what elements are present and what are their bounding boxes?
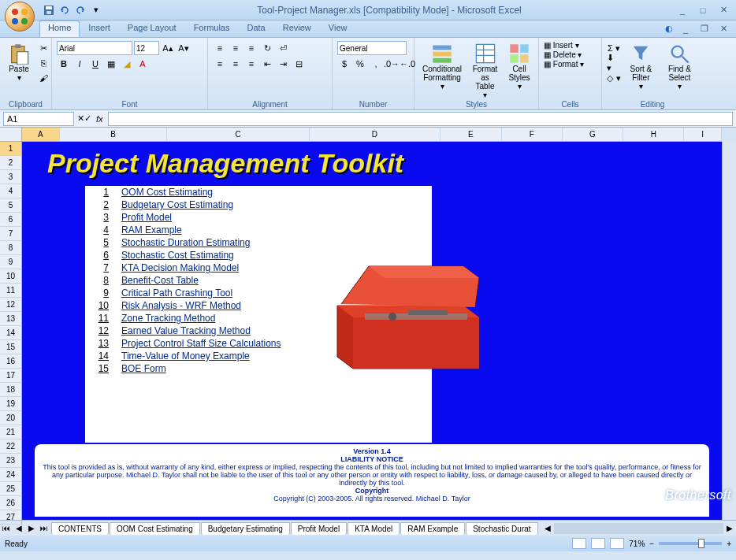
row-header[interactable]: 13 [0, 312, 22, 326]
format-cells-button[interactable]: ▦ Format ▾ [544, 60, 584, 69]
tab-review[interactable]: Review [274, 20, 320, 37]
save-icon[interactable] [43, 4, 55, 17]
enter-formula-icon[interactable]: ✓ [84, 113, 91, 124]
maximize-icon[interactable]: □ [697, 4, 709, 17]
copy-icon[interactable]: ⎘ [36, 56, 50, 70]
align-bottom-icon[interactable]: ≡ [244, 41, 258, 55]
row-header[interactable]: 18 [0, 383, 22, 397]
name-box[interactable] [3, 112, 74, 126]
row-header[interactable]: 10 [0, 269, 22, 284]
cell-styles-button[interactable]: Cell Styles▾ [505, 41, 533, 92]
find-select-button[interactable]: Find & Select▾ [661, 41, 698, 92]
orientation-icon[interactable]: ↻ [260, 41, 274, 55]
clear-icon[interactable]: ◇ ▾ [607, 71, 621, 85]
sheet-content[interactable]: Project Management Toolkit 1OOM Cost Est… [22, 142, 722, 520]
conditional-formatting-button[interactable]: Conditional Formatting▾ [419, 41, 465, 92]
align-right-icon[interactable]: ≡ [244, 57, 258, 71]
sheet-tab[interactable]: CONTENTS [51, 522, 109, 535]
insert-cells-button[interactable]: ▦ Insert ▾ [544, 41, 584, 50]
row-header[interactable]: 17 [0, 369, 22, 383]
bold-icon[interactable]: B [57, 57, 71, 71]
toc-link[interactable]: Critical Path Crashing Tool [121, 287, 232, 299]
row-header[interactable]: 7 [0, 227, 22, 241]
font-size-select[interactable] [134, 41, 159, 55]
delete-cells-button[interactable]: ▦ Delete ▾ [544, 50, 584, 59]
italic-icon[interactable]: I [72, 57, 87, 71]
toc-link[interactable]: Risk Analysis - WRF Method [121, 300, 241, 311]
column-header[interactable]: F [502, 128, 563, 142]
zoom-out-icon[interactable]: − [649, 540, 654, 548]
column-header[interactable]: I [684, 128, 722, 142]
column-header[interactable]: G [563, 128, 623, 142]
tab-home[interactable]: Home [39, 20, 80, 37]
grow-font-icon[interactable]: A▴ [161, 41, 175, 55]
undo-icon[interactable] [58, 4, 71, 17]
horizontal-scrollbar[interactable]: ◀▶ [541, 522, 736, 535]
page-layout-view-icon[interactable] [591, 538, 605, 549]
column-header[interactable]: D [310, 128, 441, 142]
tab-insert[interactable]: Insert [80, 20, 119, 37]
office-button[interactable] [5, 2, 35, 32]
row-header[interactable]: 8 [0, 241, 22, 255]
sheet-tab[interactable]: Budgetary Estimating [201, 522, 290, 535]
toc-link[interactable]: Profit Model [121, 212, 172, 223]
select-all-corner[interactable] [0, 128, 22, 142]
toc-link[interactable]: Time-Value of Money Example [121, 350, 250, 362]
help-icon[interactable]: ◐ [665, 24, 673, 34]
row-header[interactable]: 14 [0, 326, 22, 340]
align-top-icon[interactable]: ≡ [213, 41, 227, 55]
decrease-indent-icon[interactable]: ⇤ [260, 57, 274, 71]
row-header[interactable]: 22 [0, 439, 22, 454]
toc-link[interactable]: RAM Example [121, 224, 182, 235]
align-middle-icon[interactable]: ≡ [229, 41, 243, 55]
toc-link[interactable]: Budgetary Cost Estimating [121, 199, 233, 210]
toc-link[interactable]: Stochastic Cost Estimating [121, 250, 234, 261]
fx-icon[interactable]: fx [96, 114, 103, 124]
toc-link[interactable]: Stochastic Duration Estimating [121, 237, 250, 248]
row-header[interactable]: 27 [0, 510, 22, 525]
decrease-decimal-icon[interactable]: ←.0 [400, 57, 414, 71]
row-header[interactable]: 11 [0, 284, 22, 298]
merge-center-icon[interactable]: ⊟ [292, 57, 306, 71]
inner-minimize-icon[interactable]: _ [679, 23, 692, 35]
toc-link[interactable]: OOM Cost Estimating [121, 187, 213, 198]
column-header[interactable]: E [440, 128, 501, 142]
cancel-formula-icon[interactable]: ✕ [77, 113, 84, 124]
column-header[interactable]: H [623, 128, 684, 142]
toc-link[interactable]: Zone Tracking Method [121, 313, 215, 324]
tab-nav-next-icon[interactable]: ▶ [25, 522, 38, 535]
row-header[interactable]: 21 [0, 425, 22, 439]
tab-view[interactable]: View [320, 20, 356, 37]
border-icon[interactable]: ▦ [104, 57, 118, 71]
sheet-tab[interactable]: RAM Example [400, 522, 465, 535]
tab-formulas[interactable]: Formulas [185, 20, 239, 37]
shrink-font-icon[interactable]: A▾ [177, 41, 191, 55]
row-header[interactable]: 25 [0, 482, 22, 496]
column-header[interactable]: A [22, 128, 60, 142]
number-format-select[interactable] [337, 41, 407, 55]
percent-icon[interactable]: % [353, 57, 367, 71]
normal-view-icon[interactable] [572, 538, 586, 549]
row-header[interactable]: 4 [0, 184, 22, 198]
row-header[interactable]: 5 [0, 198, 22, 213]
row-header[interactable]: 15 [0, 340, 22, 354]
sheet-tab[interactable]: Profit Model [291, 522, 347, 535]
row-header[interactable]: 9 [0, 255, 22, 269]
zoom-in-icon[interactable]: + [727, 540, 731, 548]
inner-restore-icon[interactable]: ❐ [698, 23, 711, 35]
sort-filter-button[interactable]: Sort & Filter▾ [624, 41, 658, 92]
qat-dropdown-icon[interactable]: ▾ [90, 4, 102, 17]
row-header[interactable]: 1 [0, 142, 22, 156]
fill-icon[interactable]: ⬇ ▾ [607, 56, 621, 70]
tab-nav-last-icon[interactable]: ⏭ [38, 522, 50, 535]
fill-color-icon[interactable]: ◢ [120, 57, 134, 71]
toc-link[interactable]: Benefit-Cost Table [121, 275, 199, 286]
row-header[interactable]: 16 [0, 354, 22, 369]
paste-button[interactable]: Paste▾ [5, 41, 33, 83]
zoom-slider[interactable] [659, 542, 722, 545]
toc-link[interactable]: KTA Decision Making Model [121, 262, 239, 273]
row-header[interactable]: 12 [0, 298, 22, 312]
row-header[interactable]: 3 [0, 170, 22, 184]
column-header[interactable]: B [60, 128, 168, 142]
cut-icon[interactable]: ✂ [36, 41, 50, 55]
